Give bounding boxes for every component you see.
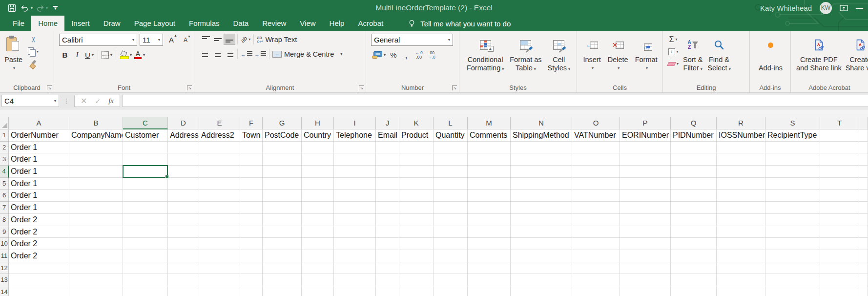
cell-R12[interactable] xyxy=(717,262,765,275)
cell-H9[interactable] xyxy=(302,226,334,238)
tab-data[interactable]: Data xyxy=(226,16,255,31)
column-header-A[interactable]: A xyxy=(9,117,69,129)
cell-O2[interactable] xyxy=(572,142,620,154)
insert-function-button[interactable]: fx xyxy=(108,97,114,105)
cell-S8[interactable] xyxy=(765,214,820,226)
cell-L14[interactable] xyxy=(434,286,468,296)
cell-N3[interactable] xyxy=(511,153,572,166)
cell-H11[interactable] xyxy=(302,250,334,262)
cell-B6[interactable] xyxy=(69,190,123,202)
cell-G11[interactable] xyxy=(263,250,302,262)
cell-N6[interactable] xyxy=(511,190,572,202)
cell-M9[interactable] xyxy=(468,226,511,238)
accounting-format-button[interactable]: ▾ xyxy=(371,49,387,61)
cell-A3[interactable]: Order 1 xyxy=(9,153,69,166)
tab-draw[interactable]: Draw xyxy=(97,16,127,31)
cell-A7[interactable]: Order 1 xyxy=(9,202,69,214)
cell-J12[interactable] xyxy=(376,262,399,275)
cell-C7[interactable] xyxy=(123,202,168,214)
cell-K12[interactable] xyxy=(399,262,434,275)
cell-L13[interactable] xyxy=(434,274,468,286)
cell-O13[interactable] xyxy=(572,274,620,286)
cell-D5[interactable] xyxy=(168,178,199,190)
cell-D6[interactable] xyxy=(168,190,199,202)
tab-review[interactable]: Review xyxy=(255,16,293,31)
column-header-F[interactable]: F xyxy=(240,117,263,129)
cell-P5[interactable] xyxy=(620,178,671,190)
column-header-E[interactable]: E xyxy=(199,117,240,129)
cell-T1[interactable] xyxy=(820,129,859,142)
cell-I3[interactable] xyxy=(334,153,376,166)
cell-A12[interactable] xyxy=(9,262,69,275)
cell-P2[interactable] xyxy=(620,142,671,154)
cell-J5[interactable] xyxy=(376,178,399,190)
cell-C8[interactable] xyxy=(123,214,168,226)
cell-B11[interactable] xyxy=(69,250,123,262)
row-header-9[interactable]: 9 xyxy=(0,226,9,238)
cell-B10[interactable] xyxy=(69,238,123,250)
cell-G5[interactable] xyxy=(263,178,302,190)
cell-L3[interactable] xyxy=(434,153,468,166)
cell-P6[interactable] xyxy=(620,190,671,202)
column-header-Q[interactable]: Q xyxy=(671,117,717,129)
cell-G6[interactable] xyxy=(263,190,302,202)
cell-D13[interactable] xyxy=(168,274,199,286)
save-button[interactable] xyxy=(6,1,18,14)
decrease-decimal-button[interactable]: .00→.0 xyxy=(426,49,437,61)
cell-P3[interactable] xyxy=(620,153,671,166)
cell-F3[interactable] xyxy=(240,153,263,166)
cell-T7[interactable] xyxy=(820,202,859,214)
cell-K8[interactable] xyxy=(399,214,434,226)
align-right-button[interactable] xyxy=(224,48,235,60)
cell-Q2[interactable] xyxy=(671,142,717,154)
row-header-6[interactable]: 6 xyxy=(0,190,9,202)
cell-N13[interactable] xyxy=(511,274,572,286)
cell-I12[interactable] xyxy=(334,262,376,275)
cell-F1[interactable]: Town xyxy=(240,129,263,142)
cell-P12[interactable] xyxy=(620,262,671,275)
cell-I2[interactable] xyxy=(334,142,376,154)
cell-B7[interactable] xyxy=(69,202,123,214)
format-cells-button[interactable]: ↔ Format ▾ xyxy=(634,34,659,83)
tab-acrobat[interactable]: Acrobat xyxy=(351,16,390,31)
cell-N1[interactable]: ShippingMethod xyxy=(511,129,572,142)
cell-H7[interactable] xyxy=(302,202,334,214)
cell-L10[interactable] xyxy=(434,238,468,250)
column-header-T[interactable]: T xyxy=(820,117,859,129)
cell-B14[interactable] xyxy=(69,286,123,296)
cell-L6[interactable] xyxy=(434,190,468,202)
cell-L8[interactable] xyxy=(434,214,468,226)
cell-P8[interactable] xyxy=(620,214,671,226)
cell-H6[interactable] xyxy=(302,190,334,202)
cell-L1[interactable]: Quantity xyxy=(434,129,468,142)
cell-J2[interactable] xyxy=(376,142,399,154)
number-format-select[interactable]: General▾ xyxy=(371,34,453,46)
cell-S4[interactable] xyxy=(765,166,820,178)
column-header-I[interactable]: I xyxy=(334,117,376,129)
cell-I10[interactable] xyxy=(334,238,376,250)
create-share-via-button[interactable]: Create Share via xyxy=(844,34,868,83)
cell-C4[interactable] xyxy=(123,166,168,178)
cell-styles-button[interactable]: Cell Styles▾ xyxy=(546,34,572,83)
cell-S11[interactable] xyxy=(765,250,820,262)
minimize-button[interactable]: — xyxy=(856,0,863,16)
bold-button[interactable]: B xyxy=(59,49,71,61)
formula-input[interactable] xyxy=(122,95,868,107)
cell-G1[interactable]: PostCode xyxy=(263,129,302,142)
column-header-H[interactable]: H xyxy=(302,117,334,129)
cell-R13[interactable] xyxy=(717,274,765,286)
column-header-K[interactable]: K xyxy=(399,117,434,129)
top-align-button[interactable] xyxy=(200,34,212,45)
cell-H14[interactable] xyxy=(302,286,334,296)
fill-button[interactable]: ↓▾ xyxy=(667,46,680,57)
font-dialog-launcher[interactable]: ↘ xyxy=(187,85,192,90)
cell-L11[interactable] xyxy=(434,250,468,262)
cell-B13[interactable] xyxy=(69,274,123,286)
cell-G9[interactable] xyxy=(263,226,302,238)
cell-T9[interactable] xyxy=(820,226,859,238)
cell-E1[interactable]: Address2 xyxy=(199,129,240,142)
cell-B1[interactable]: CompanyName xyxy=(69,129,123,142)
cell-G7[interactable] xyxy=(263,202,302,214)
cell-F4[interactable] xyxy=(240,166,263,178)
cell-H4[interactable] xyxy=(302,166,334,178)
